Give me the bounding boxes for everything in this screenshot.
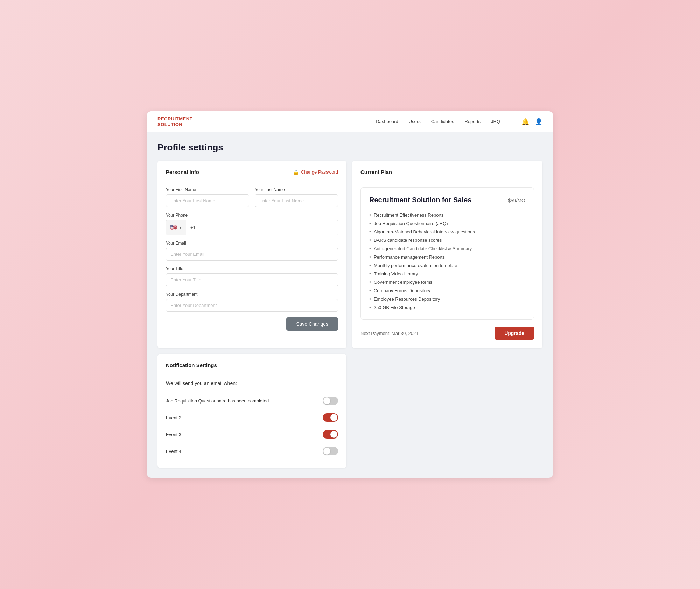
app-container: RECRUITMENT SOLUTION Dashboard Users Can… <box>147 111 553 478</box>
plan-title-row: Recruitment Solution for Sales $59/MO <box>369 195 525 204</box>
first-name-input[interactable] <box>166 194 249 207</box>
toggle-knob <box>330 431 337 438</box>
notification-settings-card: Notification Settings We will send you a… <box>158 354 346 468</box>
last-name-label: Your Last Name <box>255 187 338 192</box>
email-label: Your Email <box>166 241 338 246</box>
title-label: Your Title <box>166 266 338 271</box>
plan-feature-item: Company Forms Depository <box>369 286 525 295</box>
toggle-slider[interactable] <box>323 430 338 439</box>
toggle-1[interactable] <box>323 413 338 422</box>
save-changes-button[interactable]: Save Changes <box>286 317 338 331</box>
lock-icon: 🔒 <box>293 169 299 175</box>
last-name-group: Your Last Name <box>255 187 338 207</box>
notif-item: Job Requisition Questionnaire has been c… <box>166 392 338 409</box>
notif-item-label: Event 4 <box>166 449 181 454</box>
personal-info-header: Personal Info 🔒 Change Password <box>166 169 338 180</box>
plan-price: $59/MO <box>508 195 525 204</box>
plan-feature-item: BARS candidate response scores <box>369 236 525 244</box>
plan-feature-item: Employee Resources Depository <box>369 295 525 303</box>
page-title: Profile settings <box>158 142 542 153</box>
plan-feature-item: Job Requisition Questionnaire (JRQ) <box>369 219 525 227</box>
phone-wrapper: 🇺🇸 ▼ <box>166 220 338 235</box>
plan-feature-item: 250 GB File Storage <box>369 303 525 311</box>
notif-item-label: Event 3 <box>166 432 181 437</box>
plan-feature-item: Algorithm-Matched Behavioral Interview q… <box>369 227 525 236</box>
nav-reports[interactable]: Reports <box>464 119 481 124</box>
toggle-knob <box>323 448 330 455</box>
department-input[interactable] <box>166 299 338 312</box>
nav-dashboard[interactable]: Dashboard <box>376 119 398 124</box>
plan-header: Current Plan <box>360 169 534 180</box>
name-row: Your First Name Your Last Name <box>166 187 338 207</box>
plan-feature-item: Recruitment Effectiveness Reports <box>369 211 525 219</box>
personal-info-card: Personal Info 🔒 Change Password Your Fir… <box>158 161 346 348</box>
plan-feature-item: Government employee forms <box>369 278 525 286</box>
header: RECRUITMENT SOLUTION Dashboard Users Can… <box>147 111 553 132</box>
toggle-knob <box>323 397 330 404</box>
notif-header: Notification Settings <box>166 362 338 373</box>
first-name-label: Your First Name <box>166 187 249 192</box>
current-plan-card: Current Plan Recruitment Solution for Sa… <box>352 161 542 348</box>
notif-item-label: Event 2 <box>166 415 181 420</box>
notif-item: Event 2 <box>166 409 338 426</box>
plan-feature-item: Performance management Reports <box>369 253 525 261</box>
plan-name: Recruitment Solution for Sales <box>369 196 471 204</box>
phone-input[interactable] <box>186 220 338 235</box>
department-label: Your Department <box>166 292 338 297</box>
notif-items-container: Job Requisition Questionnaire has been c… <box>166 392 338 460</box>
toggle-slider[interactable] <box>323 413 338 422</box>
toggle-3[interactable] <box>323 447 338 455</box>
title-input[interactable] <box>166 273 338 286</box>
notif-subtitle: We will send you an email when: <box>166 380 338 386</box>
notif-item: Event 3 <box>166 426 338 443</box>
email-group: Your Email <box>166 241 338 261</box>
notif-title: Notification Settings <box>166 362 217 368</box>
last-name-input[interactable] <box>255 194 338 207</box>
plan-footer: Next Payment: Mar 30, 2021 Upgrade <box>360 327 534 340</box>
plan-box: Recruitment Solution for Sales $59/MO Re… <box>360 187 534 320</box>
nav-jrq[interactable]: JRQ <box>491 119 500 124</box>
toggle-slider[interactable] <box>323 447 338 455</box>
notif-item: Event 4 <box>166 443 338 460</box>
nav-users[interactable]: Users <box>409 119 421 124</box>
nav-candidates[interactable]: Candidates <box>431 119 454 124</box>
notif-item-label: Job Requisition Questionnaire has been c… <box>166 398 269 404</box>
page-content: Profile settings Personal Info 🔒 Change … <box>147 132 553 478</box>
upgrade-button[interactable]: Upgrade <box>495 327 534 340</box>
nav-divider <box>511 118 511 126</box>
toggle-0[interactable] <box>323 397 338 405</box>
nav-icons: 🔔 👤 <box>522 118 542 126</box>
nav: Dashboard Users Candidates Reports JRQ 🔔… <box>376 118 542 126</box>
toggle-2[interactable] <box>323 430 338 439</box>
change-password-button[interactable]: 🔒 Change Password <box>293 169 338 175</box>
bell-icon[interactable]: 🔔 <box>522 118 529 126</box>
personal-info-title: Personal Info <box>166 169 199 175</box>
email-input[interactable] <box>166 248 338 261</box>
logo: RECRUITMENT SOLUTION <box>158 116 192 127</box>
plan-feature-item: Auto-generated Candidate Checklist & Sum… <box>369 244 525 253</box>
user-icon[interactable]: 👤 <box>535 118 542 126</box>
first-name-group: Your First Name <box>166 187 249 207</box>
toggle-slider[interactable] <box>323 397 338 405</box>
phone-label: Your Phone <box>166 213 338 218</box>
next-payment-text: Next Payment: Mar 30, 2021 <box>360 331 418 336</box>
plan-feature-item: Monthly performance evaluation template <box>369 261 525 269</box>
phone-group: Your Phone 🇺🇸 ▼ <box>166 213 338 235</box>
chevron-down-icon: ▼ <box>179 226 182 230</box>
department-group: Your Department <box>166 292 338 312</box>
plan-features-list: Recruitment Effectiveness ReportsJob Req… <box>369 211 525 311</box>
plan-section-title: Current Plan <box>360 169 392 175</box>
save-btn-row: Save Changes <box>166 317 338 331</box>
plan-feature-item: Training Video Library <box>369 269 525 278</box>
top-cards-row: Personal Info 🔒 Change Password Your Fir… <box>158 161 542 348</box>
phone-country-selector[interactable]: 🇺🇸 ▼ <box>166 220 186 235</box>
title-group: Your Title <box>166 266 338 286</box>
toggle-knob <box>330 414 337 421</box>
flag-emoji: 🇺🇸 <box>170 224 177 231</box>
